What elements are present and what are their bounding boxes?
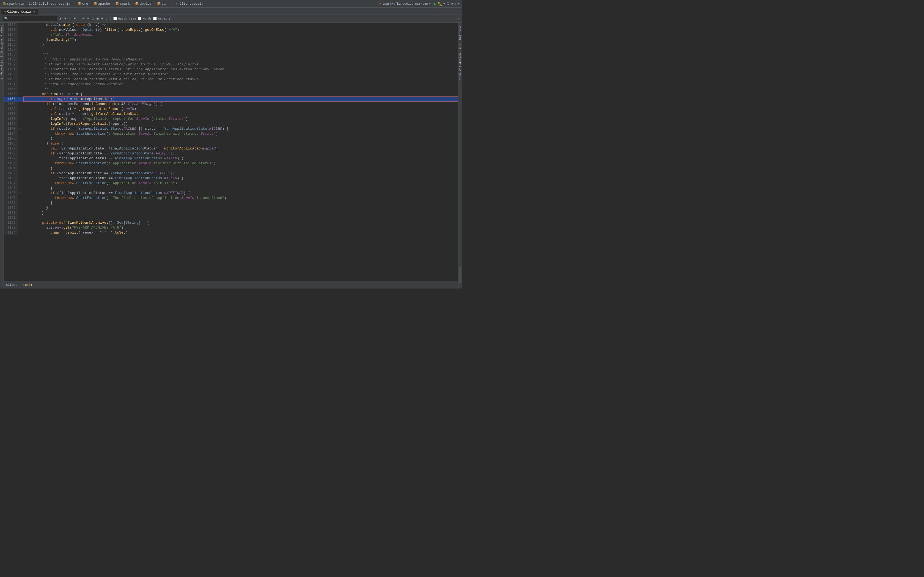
fold-icon[interactable]: ▾	[20, 42, 22, 47]
run-config-dropdown[interactable]: ▶ SparkKafkaReceiverDStream ▾	[378, 1, 433, 6]
regex-checkbox[interactable]	[153, 17, 157, 20]
table-row: 1170 val state = report.getYarnApplicati…	[4, 111, 458, 116]
code-lines: 1152 details.map { case (k, v) => 1153 v…	[4, 23, 458, 235]
breadcrumb-bottom-client[interactable]: Client	[6, 283, 17, 287]
fold-icon[interactable]: ▾	[20, 191, 22, 196]
pkg-icon-apache: 📦	[94, 2, 97, 6]
sidebar-item-bean-validation[interactable]: Bean Validation	[459, 52, 462, 82]
line-number: 1191	[4, 215, 18, 220]
search-nav4[interactable]: ▣	[97, 16, 99, 21]
gutter-icons	[18, 57, 24, 62]
line-number: 1156	[4, 42, 18, 47]
line-content	[24, 215, 458, 220]
fold-icon[interactable]: ▾	[20, 171, 22, 176]
breadcrumb-bottom-bar: Client › run()	[4, 281, 458, 288]
fold-icon[interactable]: ▾	[20, 141, 22, 146]
search-expand-button[interactable]: ⊞	[74, 16, 76, 21]
line-number: 1179	[4, 156, 18, 161]
profile-button[interactable]: ⏱	[447, 2, 450, 6]
table-row: 1193 sys.env.get("PYSPARK_ARCHIVES_PATH"…	[4, 225, 458, 230]
gutter-icons: ▾	[18, 171, 24, 176]
gutter-icons	[18, 201, 24, 206]
line-content: }	[24, 186, 458, 191]
gutter-icons	[18, 215, 24, 220]
run-button[interactable]: ▶	[434, 1, 437, 6]
settings-button[interactable]: ⚙	[451, 2, 453, 6]
fold-icon[interactable]: ▾	[20, 126, 22, 131]
sidebar-item-project[interactable]: Project	[0, 24, 3, 37]
table-row: 1184 throw new SparkException(s"Applicat…	[4, 181, 458, 186]
regex-option[interactable]: Regex	[153, 17, 167, 20]
line-content: * Otherwise, the client process will exi…	[24, 72, 458, 77]
words-option[interactable]: Words	[138, 17, 152, 20]
layout-button[interactable]: ⊞	[454, 2, 456, 6]
search-input[interactable]	[9, 17, 51, 21]
deploy-breadcrumb[interactable]: 📦 deploy	[135, 2, 152, 6]
apache-breadcrumb[interactable]: 📦 apache	[94, 2, 110, 6]
gutter-icons	[18, 166, 24, 171]
fold-icon[interactable]: ▾	[20, 52, 22, 57]
table-row: 1154 s"\n\t $k: $newValue"	[4, 32, 458, 37]
search-filter-button[interactable]: ⊡	[102, 16, 103, 21]
breadcrumb-bottom-run[interactable]: run()	[23, 283, 32, 287]
table-row: 1156 ▾ }	[4, 42, 458, 47]
tab-close-button[interactable]: ✕	[33, 10, 35, 13]
search-next-button[interactable]: ▼	[64, 17, 66, 21]
match-case-option[interactable]: Match Case	[113, 17, 136, 20]
pkg-icon-deploy: 📦	[135, 2, 139, 6]
line-content: }	[24, 136, 458, 141]
fold-icon[interactable]: ▾	[20, 92, 22, 97]
yarn-breadcrumb[interactable]: 📦 yarn	[157, 2, 170, 6]
search-prev-button[interactable]: ▲	[60, 17, 61, 21]
scala-file-icon: ◈	[175, 2, 179, 6]
gutter-icons	[18, 176, 24, 181]
sidebar-item-database[interactable]: Database	[459, 24, 462, 42]
table-row: 1179 finalApplicationStatus == FinalAppl…	[4, 156, 458, 161]
org-breadcrumb[interactable]: 📦 org	[78, 2, 88, 6]
line-number: 1182	[4, 171, 18, 176]
table-row: 1175 }	[4, 136, 458, 141]
gutter-icons	[18, 23, 24, 27]
line-content: def run(): Unit = {	[24, 92, 458, 97]
gutter-icons: ▾	[18, 141, 24, 146]
code-scroll[interactable]: 1152 details.map { case (k, v) => 1153 v…	[4, 23, 458, 281]
table-row: 1153 val newValue = Option(v).filter(_.n…	[4, 27, 458, 32]
line-number: 1159	[4, 57, 18, 62]
words-checkbox[interactable]	[138, 17, 141, 20]
fold-icon[interactable]: ▾	[20, 220, 22, 225]
match-case-checkbox[interactable]	[113, 17, 117, 20]
file-breadcrumb[interactable]: ◈ Client.scala	[175, 2, 203, 6]
gutter-icons	[18, 136, 24, 141]
search-nav1[interactable]: ⊝	[82, 16, 84, 21]
sidebar-item-favorites[interactable]: 2: Favorites	[0, 59, 3, 81]
regex-help[interactable]: ?	[169, 17, 171, 21]
expand-button[interactable]: ⤢	[457, 2, 460, 6]
crumb5: yarn	[162, 2, 170, 6]
table-row: 1183 finalApplicationStatus == FinalAppl…	[4, 176, 458, 181]
line-content: * throw an appropriate SparkException.	[24, 82, 458, 87]
debug-button[interactable]: 🐛	[438, 2, 442, 6]
filter-icon[interactable]: ▽	[106, 16, 108, 21]
jar-breadcrumb[interactable]: 🗜 spark-yarn_2.11-2.1.1-sources.jar	[2, 2, 72, 6]
search-nav3[interactable]: ◫	[92, 16, 94, 21]
line-number: 1188	[4, 201, 18, 206]
search-close-button[interactable]: ✕	[69, 16, 71, 21]
fold-icon[interactable]: ▾	[20, 151, 22, 156]
search-nav2[interactable]: ≡	[87, 17, 89, 21]
run-controls: ▶ SparkKafkaReceiverDStream ▾ ▶ 🐛 ☂ ⏱ ⚙ …	[378, 1, 460, 6]
line-content: * Submit an application to the ResourceM…	[24, 57, 458, 62]
table-row: 1172 logInfo(formatReportDetails(report)…	[4, 121, 458, 126]
line-number: 1184	[4, 181, 18, 186]
tab-client-scala[interactable]: ◈ Client.scala ✕	[1, 8, 38, 15]
table-row: 1163 * If the application finishes with …	[4, 77, 458, 82]
sidebar-item-zstructure[interactable]: Z-Structure	[0, 38, 3, 58]
line-number: 1152	[4, 23, 18, 27]
line-number: 1178	[4, 151, 18, 156]
sidebar-item-ant[interactable]: Ant	[459, 42, 462, 51]
table-row: 1168 if (!launcherBackend.isConnected() …	[4, 102, 458, 106]
gutter-icons: ▾	[18, 92, 24, 97]
coverage-button[interactable]: ☂	[443, 2, 445, 6]
line-content: if (!launcherBackend.isConnected() && fi…	[24, 102, 458, 106]
spark-breadcrumb[interactable]: 📦 spark	[115, 2, 130, 6]
line-number: 1167	[4, 97, 18, 102]
